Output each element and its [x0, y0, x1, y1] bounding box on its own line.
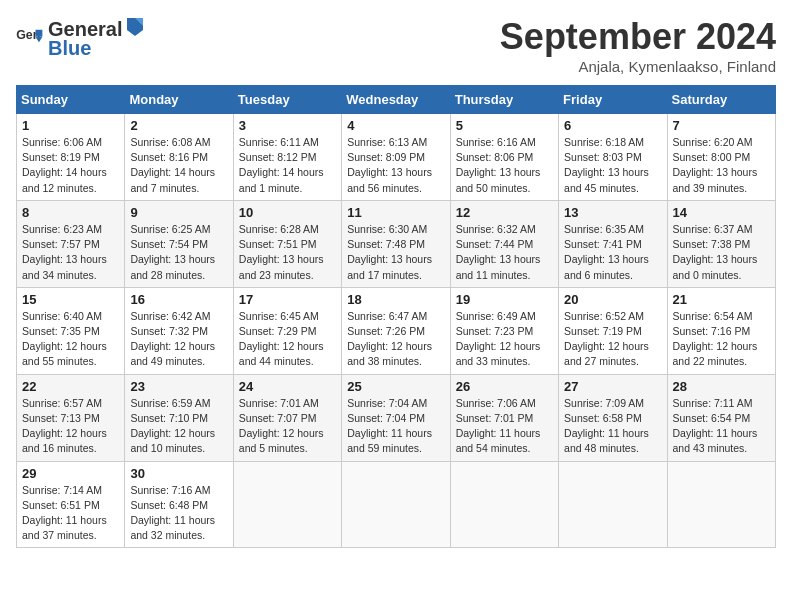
- day-number: 11: [347, 205, 444, 220]
- day-info: Sunrise: 6:35 AMSunset: 7:41 PMDaylight:…: [564, 222, 661, 283]
- logo-icon: Gen: [16, 27, 44, 49]
- day-info: Sunrise: 6:11 AMSunset: 8:12 PMDaylight:…: [239, 135, 336, 196]
- calendar-day-cell: 23 Sunrise: 6:59 AMSunset: 7:10 PMDaylig…: [125, 374, 233, 461]
- weekday-header-monday: Monday: [125, 86, 233, 114]
- calendar-table: SundayMondayTuesdayWednesdayThursdayFrid…: [16, 85, 776, 548]
- day-number: 16: [130, 292, 227, 307]
- empty-cell: [450, 461, 558, 548]
- weekday-header-wednesday: Wednesday: [342, 86, 450, 114]
- day-info: Sunrise: 6:54 AMSunset: 7:16 PMDaylight:…: [673, 309, 770, 370]
- day-info: Sunrise: 6:25 AMSunset: 7:54 PMDaylight:…: [130, 222, 227, 283]
- calendar-day-cell: 25 Sunrise: 7:04 AMSunset: 7:04 PMDaylig…: [342, 374, 450, 461]
- calendar-day-cell: 7 Sunrise: 6:20 AMSunset: 8:00 PMDayligh…: [667, 114, 775, 201]
- day-number: 18: [347, 292, 444, 307]
- calendar-day-cell: 28 Sunrise: 7:11 AMSunset: 6:54 PMDaylig…: [667, 374, 775, 461]
- calendar-day-cell: 24 Sunrise: 7:01 AMSunset: 7:07 PMDaylig…: [233, 374, 341, 461]
- day-info: Sunrise: 7:16 AMSunset: 6:48 PMDaylight:…: [130, 483, 227, 544]
- day-info: Sunrise: 6:20 AMSunset: 8:00 PMDaylight:…: [673, 135, 770, 196]
- day-number: 15: [22, 292, 119, 307]
- day-number: 17: [239, 292, 336, 307]
- day-info: Sunrise: 6:57 AMSunset: 7:13 PMDaylight:…: [22, 396, 119, 457]
- calendar-day-cell: 21 Sunrise: 6:54 AMSunset: 7:16 PMDaylig…: [667, 287, 775, 374]
- day-number: 9: [130, 205, 227, 220]
- day-info: Sunrise: 6:59 AMSunset: 7:10 PMDaylight:…: [130, 396, 227, 457]
- day-number: 4: [347, 118, 444, 133]
- day-info: Sunrise: 6:40 AMSunset: 7:35 PMDaylight:…: [22, 309, 119, 370]
- weekday-header-friday: Friday: [559, 86, 667, 114]
- day-number: 14: [673, 205, 770, 220]
- calendar-week-row: 15 Sunrise: 6:40 AMSunset: 7:35 PMDaylig…: [17, 287, 776, 374]
- calendar-week-row: 1 Sunrise: 6:06 AMSunset: 8:19 PMDayligh…: [17, 114, 776, 201]
- calendar-day-cell: 15 Sunrise: 6:40 AMSunset: 7:35 PMDaylig…: [17, 287, 125, 374]
- day-info: Sunrise: 7:11 AMSunset: 6:54 PMDaylight:…: [673, 396, 770, 457]
- calendar-day-cell: 8 Sunrise: 6:23 AMSunset: 7:57 PMDayligh…: [17, 200, 125, 287]
- calendar-day-cell: 3 Sunrise: 6:11 AMSunset: 8:12 PMDayligh…: [233, 114, 341, 201]
- calendar-week-row: 8 Sunrise: 6:23 AMSunset: 7:57 PMDayligh…: [17, 200, 776, 287]
- day-number: 12: [456, 205, 553, 220]
- day-number: 22: [22, 379, 119, 394]
- calendar-day-cell: 6 Sunrise: 6:18 AMSunset: 8:03 PMDayligh…: [559, 114, 667, 201]
- page-header: Gen General Blue September 2024 Anjala, …: [16, 16, 776, 75]
- weekday-header-saturday: Saturday: [667, 86, 775, 114]
- calendar-day-cell: 30 Sunrise: 7:16 AMSunset: 6:48 PMDaylig…: [125, 461, 233, 548]
- calendar-day-cell: 16 Sunrise: 6:42 AMSunset: 7:32 PMDaylig…: [125, 287, 233, 374]
- day-info: Sunrise: 6:30 AMSunset: 7:48 PMDaylight:…: [347, 222, 444, 283]
- day-number: 25: [347, 379, 444, 394]
- calendar-day-cell: 22 Sunrise: 6:57 AMSunset: 7:13 PMDaylig…: [17, 374, 125, 461]
- weekday-header-thursday: Thursday: [450, 86, 558, 114]
- day-info: Sunrise: 6:23 AMSunset: 7:57 PMDaylight:…: [22, 222, 119, 283]
- title-area: September 2024 Anjala, Kymenlaakso, Finl…: [500, 16, 776, 75]
- day-number: 3: [239, 118, 336, 133]
- logo-text: General Blue: [48, 16, 148, 60]
- day-info: Sunrise: 6:52 AMSunset: 7:19 PMDaylight:…: [564, 309, 661, 370]
- weekday-header-tuesday: Tuesday: [233, 86, 341, 114]
- calendar-day-cell: 11 Sunrise: 6:30 AMSunset: 7:48 PMDaylig…: [342, 200, 450, 287]
- day-number: 24: [239, 379, 336, 394]
- day-info: Sunrise: 6:13 AMSunset: 8:09 PMDaylight:…: [347, 135, 444, 196]
- calendar-day-cell: 1 Sunrise: 6:06 AMSunset: 8:19 PMDayligh…: [17, 114, 125, 201]
- day-info: Sunrise: 6:18 AMSunset: 8:03 PMDaylight:…: [564, 135, 661, 196]
- day-info: Sunrise: 6:16 AMSunset: 8:06 PMDaylight:…: [456, 135, 553, 196]
- day-number: 21: [673, 292, 770, 307]
- calendar-day-cell: 4 Sunrise: 6:13 AMSunset: 8:09 PMDayligh…: [342, 114, 450, 201]
- calendar-day-cell: 19 Sunrise: 6:49 AMSunset: 7:23 PMDaylig…: [450, 287, 558, 374]
- day-number: 26: [456, 379, 553, 394]
- day-number: 20: [564, 292, 661, 307]
- calendar-week-row: 22 Sunrise: 6:57 AMSunset: 7:13 PMDaylig…: [17, 374, 776, 461]
- day-number: 1: [22, 118, 119, 133]
- weekday-header-sunday: Sunday: [17, 86, 125, 114]
- day-info: Sunrise: 6:45 AMSunset: 7:29 PMDaylight:…: [239, 309, 336, 370]
- day-info: Sunrise: 7:06 AMSunset: 7:01 PMDaylight:…: [456, 396, 553, 457]
- day-info: Sunrise: 6:28 AMSunset: 7:51 PMDaylight:…: [239, 222, 336, 283]
- empty-cell: [233, 461, 341, 548]
- calendar-week-row: 29 Sunrise: 7:14 AMSunset: 6:51 PMDaylig…: [17, 461, 776, 548]
- calendar-day-cell: 26 Sunrise: 7:06 AMSunset: 7:01 PMDaylig…: [450, 374, 558, 461]
- day-info: Sunrise: 7:14 AMSunset: 6:51 PMDaylight:…: [22, 483, 119, 544]
- empty-cell: [559, 461, 667, 548]
- day-number: 6: [564, 118, 661, 133]
- day-number: 19: [456, 292, 553, 307]
- day-number: 7: [673, 118, 770, 133]
- svg-marker-1: [36, 30, 43, 37]
- calendar-day-cell: 9 Sunrise: 6:25 AMSunset: 7:54 PMDayligh…: [125, 200, 233, 287]
- day-number: 10: [239, 205, 336, 220]
- empty-cell: [342, 461, 450, 548]
- day-info: Sunrise: 6:49 AMSunset: 7:23 PMDaylight:…: [456, 309, 553, 370]
- day-number: 30: [130, 466, 227, 481]
- day-info: Sunrise: 6:06 AMSunset: 8:19 PMDaylight:…: [22, 135, 119, 196]
- calendar-day-cell: 18 Sunrise: 6:47 AMSunset: 7:26 PMDaylig…: [342, 287, 450, 374]
- day-number: 29: [22, 466, 119, 481]
- empty-cell: [667, 461, 775, 548]
- calendar-day-cell: 12 Sunrise: 6:32 AMSunset: 7:44 PMDaylig…: [450, 200, 558, 287]
- calendar-day-cell: 14 Sunrise: 6:37 AMSunset: 7:38 PMDaylig…: [667, 200, 775, 287]
- calendar-day-cell: 2 Sunrise: 6:08 AMSunset: 8:16 PMDayligh…: [125, 114, 233, 201]
- calendar-day-cell: 27 Sunrise: 7:09 AMSunset: 6:58 PMDaylig…: [559, 374, 667, 461]
- calendar-day-cell: 20 Sunrise: 6:52 AMSunset: 7:19 PMDaylig…: [559, 287, 667, 374]
- day-number: 23: [130, 379, 227, 394]
- day-number: 5: [456, 118, 553, 133]
- day-info: Sunrise: 6:37 AMSunset: 7:38 PMDaylight:…: [673, 222, 770, 283]
- day-number: 28: [673, 379, 770, 394]
- day-info: Sunrise: 7:09 AMSunset: 6:58 PMDaylight:…: [564, 396, 661, 457]
- day-info: Sunrise: 6:32 AMSunset: 7:44 PMDaylight:…: [456, 222, 553, 283]
- day-number: 8: [22, 205, 119, 220]
